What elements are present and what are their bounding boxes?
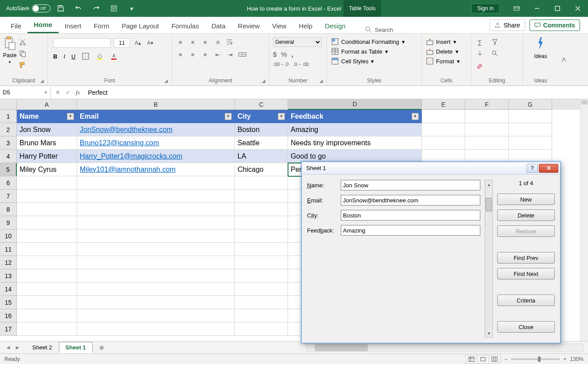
cell[interactable]: Amazing bbox=[288, 123, 422, 136]
comma-icon[interactable]: , bbox=[292, 50, 293, 58]
comments-button[interactable]: Comments bbox=[530, 19, 580, 31]
cancel-formula-icon[interactable]: ✕ bbox=[55, 89, 60, 96]
minimize-icon[interactable] bbox=[527, 0, 547, 17]
filter-icon[interactable]: ▼ bbox=[67, 113, 74, 120]
ribbon-display-options-icon[interactable] bbox=[506, 0, 527, 17]
name-box-input[interactable] bbox=[3, 89, 38, 96]
sort-filter-icon[interactable] bbox=[491, 38, 499, 46]
form-input-name[interactable] bbox=[341, 180, 480, 190]
cell[interactable] bbox=[235, 203, 288, 216]
format-as-table-button[interactable]: Format as Table ▾ bbox=[331, 48, 388, 55]
cell[interactable]: LA bbox=[235, 150, 288, 163]
dialog-close-icon[interactable]: ✕ bbox=[539, 164, 558, 173]
zoom-level[interactable]: 130% bbox=[570, 356, 584, 362]
qat-customize-icon[interactable]: ▾ bbox=[127, 4, 136, 13]
row-header[interactable]: 2 bbox=[0, 123, 17, 136]
cell[interactable]: Email▼ bbox=[77, 110, 235, 123]
column-header[interactable]: E bbox=[422, 99, 465, 110]
sheet-nav-next-icon[interactable]: ► bbox=[15, 344, 20, 351]
merge-icon[interactable] bbox=[238, 50, 246, 58]
formula-input[interactable] bbox=[84, 86, 588, 99]
sheet-tab-sheet1[interactable]: Sheet 1 bbox=[59, 342, 93, 353]
orientation-icon[interactable]: ⤭ bbox=[214, 38, 222, 46]
tab-form[interactable]: Form bbox=[87, 19, 115, 33]
cell[interactable] bbox=[465, 136, 509, 150]
conditional-formatting-button[interactable]: Conditional Formatting ▾ bbox=[331, 38, 405, 45]
row-header[interactable]: 14 bbox=[0, 283, 17, 296]
row-header[interactable]: 13 bbox=[0, 269, 17, 283]
signin-button[interactable]: Sign in bbox=[471, 4, 499, 13]
cell[interactable] bbox=[422, 110, 465, 123]
filter-icon[interactable]: ▼ bbox=[412, 113, 419, 120]
cell[interactable] bbox=[17, 269, 77, 283]
cell[interactable] bbox=[77, 229, 235, 243]
cell[interactable] bbox=[235, 269, 288, 283]
cell[interactable] bbox=[77, 256, 235, 269]
increase-font-icon[interactable]: A▴ bbox=[133, 39, 143, 47]
cell[interactable]: Miley101@iamnothannah.com bbox=[77, 163, 235, 176]
fx-icon[interactable]: fx bbox=[76, 89, 80, 96]
cell[interactable] bbox=[77, 269, 235, 283]
cell[interactable] bbox=[77, 216, 235, 229]
cell[interactable] bbox=[77, 243, 235, 256]
cell[interactable] bbox=[235, 216, 288, 229]
align-center-icon[interactable]: ≡ bbox=[189, 50, 197, 58]
tab-view[interactable]: View bbox=[266, 19, 292, 33]
cell[interactable] bbox=[422, 136, 465, 150]
form-input-feedback[interactable] bbox=[341, 225, 480, 236]
column-header[interactable]: D bbox=[288, 99, 422, 110]
paste-button[interactable]: Paste ▼ bbox=[3, 36, 17, 64]
filter-icon[interactable]: ▼ bbox=[225, 113, 232, 120]
select-all-corner[interactable] bbox=[0, 99, 17, 110]
form-close-button[interactable]: Close bbox=[497, 321, 555, 333]
fill-icon[interactable] bbox=[476, 50, 484, 58]
cell[interactable] bbox=[509, 123, 552, 136]
clear-icon[interactable] bbox=[476, 61, 484, 69]
row-header[interactable]: 11 bbox=[0, 243, 17, 256]
cell[interactable]: Needs tiny improvements bbox=[288, 136, 422, 150]
filter-icon[interactable]: ▼ bbox=[278, 113, 285, 120]
collapse-ribbon-icon[interactable]: ᐱ bbox=[558, 34, 569, 85]
fill-color-icon[interactable] bbox=[96, 52, 104, 60]
autosum-icon[interactable]: ∑ bbox=[476, 38, 484, 46]
form-input-email[interactable] bbox=[341, 195, 480, 206]
clipboard-launcher[interactable]: ◢ bbox=[40, 78, 47, 85]
cell[interactable]: City▼ bbox=[235, 110, 288, 123]
enter-formula-icon[interactable]: ✓ bbox=[66, 89, 70, 96]
tab-design[interactable]: Design bbox=[319, 19, 352, 33]
column-header[interactable]: A bbox=[17, 99, 77, 110]
cell[interactable] bbox=[77, 296, 235, 309]
row-header[interactable]: 12 bbox=[0, 256, 17, 269]
close-icon[interactable] bbox=[568, 0, 588, 17]
align-bottom-icon[interactable]: ≡ bbox=[201, 38, 209, 46]
form-icon[interactable] bbox=[109, 4, 119, 13]
cell[interactable] bbox=[17, 216, 77, 229]
cell[interactable]: Bruno123@icansing.com bbox=[77, 136, 235, 150]
redo-icon[interactable] bbox=[91, 4, 101, 13]
column-header[interactable]: B bbox=[77, 99, 235, 110]
dialog-titlebar[interactable]: Sheet 1 ? ✕ bbox=[302, 162, 560, 174]
cell[interactable] bbox=[77, 322, 235, 336]
font-size-input[interactable] bbox=[113, 38, 130, 48]
font-name-input[interactable] bbox=[53, 38, 111, 48]
cell[interactable] bbox=[77, 203, 235, 216]
percent-icon[interactable]: % bbox=[281, 50, 287, 58]
row-header[interactable]: 10 bbox=[0, 229, 17, 243]
cell[interactable]: Harry Potter bbox=[17, 150, 77, 163]
cell[interactable]: Seattle bbox=[235, 136, 288, 150]
form-input-city[interactable] bbox=[341, 210, 480, 221]
cell[interactable]: Bruno Mars bbox=[17, 136, 77, 150]
cell[interactable]: Harry_Potter1@magicrocks.com bbox=[77, 150, 235, 163]
align-middle-icon[interactable]: ≡ bbox=[189, 38, 197, 46]
row-header[interactable]: 8 bbox=[0, 203, 17, 216]
row-header[interactable]: 7 bbox=[0, 190, 17, 203]
align-right-icon[interactable]: ≡ bbox=[201, 50, 209, 58]
dialog-scrollbar[interactable]: ▴ ▾ bbox=[485, 180, 493, 337]
cell-styles-button[interactable]: Cell Styles ▾ bbox=[331, 58, 374, 65]
tab-data[interactable]: Data bbox=[205, 19, 232, 33]
column-header[interactable]: G bbox=[509, 99, 552, 110]
zoom-slider[interactable] bbox=[511, 358, 560, 360]
cell[interactable] bbox=[17, 309, 77, 322]
row-header[interactable]: 9 bbox=[0, 216, 17, 229]
decrease-font-icon[interactable]: A▾ bbox=[145, 39, 155, 47]
